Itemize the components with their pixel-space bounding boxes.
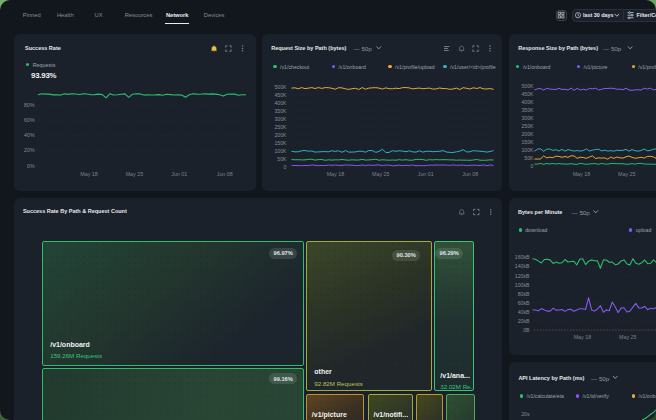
svg-text:20s: 20s [521,411,530,417]
svg-text:May 18: May 18 [573,334,590,340]
svg-text:50K: 50K [524,155,534,161]
svg-text:450K: 450K [521,91,534,97]
svg-text:100K: 100K [274,148,287,154]
svg-text:300K: 300K [274,116,287,122]
svg-text:500K: 500K [274,84,287,90]
svg-text:160kB: 160kB [514,254,529,260]
svg-text:0: 0 [530,163,533,169]
svg-text:400K: 400K [521,99,534,105]
svg-text:200K: 200K [521,131,534,137]
svg-text:40kB: 40kB [517,308,529,314]
svg-text:20%: 20% [24,147,35,153]
svg-text:60kB: 60kB [517,299,529,305]
svg-text:May 25: May 25 [372,171,389,177]
svg-text:120kB: 120kB [514,272,529,278]
svg-text:500K: 500K [521,83,534,89]
svg-text:Jun 01: Jun 01 [171,171,187,177]
svg-text:80kB: 80kB [517,290,529,296]
svg-text:80%: 80% [24,102,35,108]
svg-text:20kB: 20kB [517,317,529,323]
svg-text:150K: 150K [274,140,287,146]
svg-text:May 18: May 18 [572,171,589,177]
svg-text:May 18: May 18 [80,171,97,177]
svg-text:Jun 01: Jun 01 [417,171,433,177]
svg-text:450K: 450K [274,92,287,98]
svg-text:140kB: 140kB [514,263,529,269]
svg-text:400K: 400K [274,100,287,106]
svg-text:60%: 60% [24,117,35,123]
svg-text:0B: 0B [523,326,530,332]
svg-text:350K: 350K [521,107,534,113]
svg-text:50K: 50K [277,156,287,162]
svg-text:0%: 0% [27,163,35,169]
svg-text:200K: 200K [274,132,287,138]
svg-text:May 25: May 25 [126,171,143,177]
svg-text:40%: 40% [24,132,35,138]
svg-text:250K: 250K [521,123,534,129]
svg-text:300K: 300K [521,115,534,121]
svg-text:250K: 250K [274,124,287,130]
svg-text:Jun 08: Jun 08 [217,171,233,177]
svg-text:350K: 350K [274,108,287,114]
svg-text:150K: 150K [521,139,534,145]
svg-text:Jun 08: Jun 08 [462,171,478,177]
svg-text:May 18: May 18 [326,171,343,177]
svg-text:100K: 100K [521,147,534,153]
svg-text:May 25: May 25 [618,171,635,177]
svg-text:100kB: 100kB [514,281,529,287]
svg-text:May 25: May 25 [619,334,636,340]
svg-text:0: 0 [283,164,286,170]
